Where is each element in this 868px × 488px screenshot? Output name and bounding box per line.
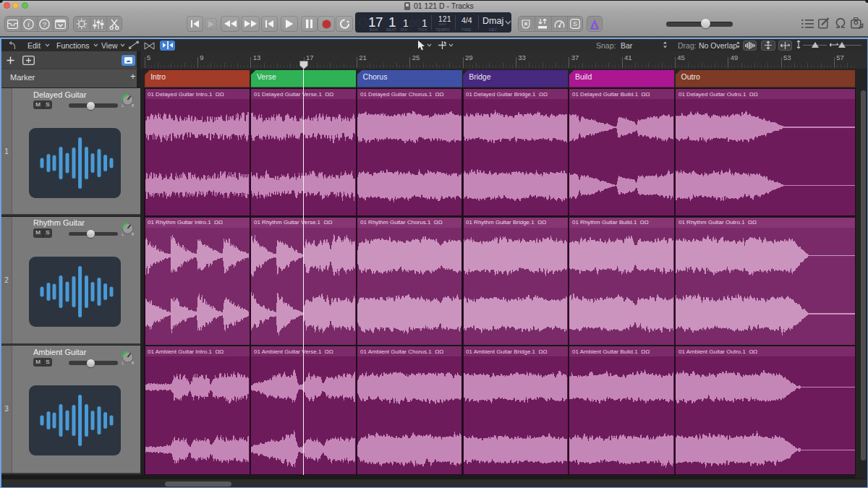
svg-text:R: R bbox=[132, 104, 135, 108]
svg-text:01 Ambient Guitar Build.1 ΩΩ: 01 Ambient Guitar Build.1 ΩΩ bbox=[572, 348, 650, 355]
svg-text:01 Ambient Guitar Outro.1 ΩΩ: 01 Ambient Guitar Outro.1 ΩΩ bbox=[678, 348, 757, 355]
svg-text:L: L bbox=[122, 232, 124, 236]
svg-text:01 Delayed Guitar Chorus.1 ΩΩ: 01 Delayed Guitar Chorus.1 ΩΩ bbox=[360, 91, 444, 98]
svg-text:L: L bbox=[122, 361, 124, 365]
svg-text:01 Delayed Guitar Intro.1 ΩΩ: 01 Delayed Guitar Intro.1 ΩΩ bbox=[148, 91, 224, 98]
svg-text:01 Delayed Guitar Outro.1 ΩΩ: 01 Delayed Guitar Outro.1 ΩΩ bbox=[678, 91, 758, 98]
svg-text:01 Ambient Guitar Verse.1 ΩΩ: 01 Ambient Guitar Verse.1 ΩΩ bbox=[254, 348, 333, 355]
svg-text:01 Ambient Guitar Bridge.1 ΩΩ: 01 Ambient Guitar Bridge.1 ΩΩ bbox=[466, 348, 547, 355]
svg-text:R: R bbox=[132, 361, 135, 365]
svg-text:L: L bbox=[122, 104, 124, 108]
svg-text:01 Rhythm Guitar Chorus.1 ΩΩ: 01 Rhythm Guitar Chorus.1 ΩΩ bbox=[360, 219, 443, 226]
svg-text:01 Delayed Guitar Build.1 ΩΩ: 01 Delayed Guitar Build.1 ΩΩ bbox=[572, 91, 650, 98]
svg-text:01 Delayed Guitar Bridge.1 ΩΩ: 01 Delayed Guitar Bridge.1 ΩΩ bbox=[466, 91, 548, 98]
svg-text:01 Ambient Guitar Chorus.1 ΩΩ: 01 Ambient Guitar Chorus.1 ΩΩ bbox=[360, 348, 443, 355]
svg-text:01 Rhythm Guitar Build.1 ΩΩ: 01 Rhythm Guitar Build.1 ΩΩ bbox=[572, 219, 649, 226]
svg-text:01 Rhythm Guitar Outro.1 ΩΩ: 01 Rhythm Guitar Outro.1 ΩΩ bbox=[678, 219, 757, 226]
svg-text:01 Delayed Guitar Verse.1 ΩΩ: 01 Delayed Guitar Verse.1 ΩΩ bbox=[254, 91, 333, 98]
svg-text:R: R bbox=[132, 232, 135, 236]
svg-text:01 Ambient Guitar Intro.1 ΩΩ: 01 Ambient Guitar Intro.1 ΩΩ bbox=[148, 348, 224, 355]
svg-text:01 Rhythm Guitar Verse.1 ΩΩ: 01 Rhythm Guitar Verse.1 ΩΩ bbox=[254, 219, 332, 226]
svg-text:01 Rhythm Guitar Bridge.1 ΩΩ: 01 Rhythm Guitar Bridge.1 ΩΩ bbox=[466, 219, 546, 226]
svg-text:01 Rhythm Guitar Intro.1 ΩΩ: 01 Rhythm Guitar Intro.1 ΩΩ bbox=[148, 219, 223, 226]
